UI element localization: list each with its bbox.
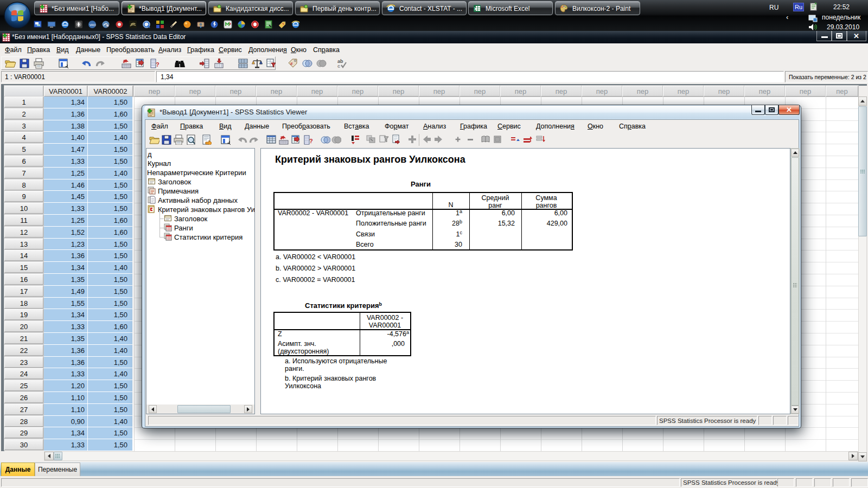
svg-text:#: # xyxy=(290,61,293,66)
svg-text:X: X xyxy=(474,7,477,11)
svg-text:c: c xyxy=(337,63,340,69)
svg-text:VAIO: VAIO xyxy=(90,23,96,27)
svg-text:?: ? xyxy=(156,61,159,68)
svg-text:?: ? xyxy=(309,138,313,144)
